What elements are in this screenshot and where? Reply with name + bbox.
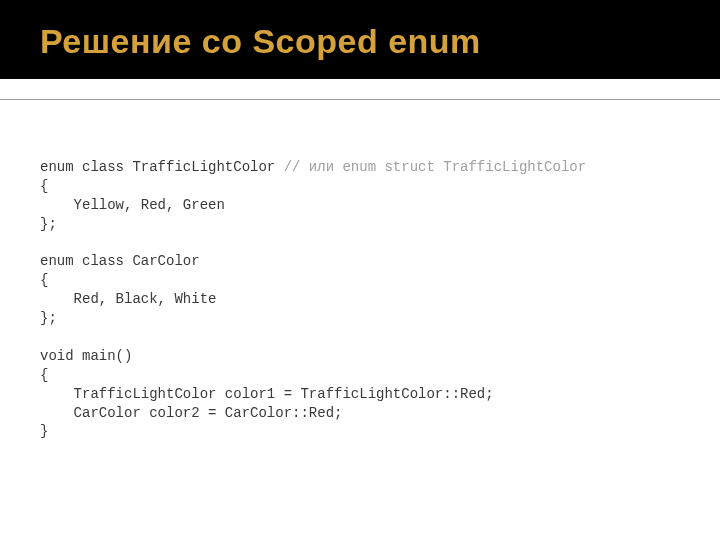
- code-line: {: [40, 272, 48, 288]
- code-block: enum class TrafficLightColor // или enum…: [0, 108, 720, 441]
- code-line: };: [40, 310, 57, 326]
- divider: [0, 99, 720, 100]
- code-line: Red, Black, White: [40, 291, 216, 307]
- code-line: Yellow, Red, Green: [40, 197, 225, 213]
- code-line: TrafficLightColor color1 = TrafficLightC…: [40, 386, 494, 402]
- code-line: {: [40, 367, 48, 383]
- code-line: {: [40, 178, 48, 194]
- code-line: CarColor color2 = CarColor::Red;: [40, 405, 342, 421]
- code-line: }: [40, 423, 48, 439]
- code-line: enum class TrafficLightColor: [40, 159, 284, 175]
- code-comment: // или enum struct TrafficLightColor: [284, 159, 586, 175]
- title-band: Решение со Scoped enum: [0, 0, 720, 79]
- code-line: enum class CarColor: [40, 253, 200, 269]
- slide: Решение со Scoped enum enum class Traffi…: [0, 0, 720, 540]
- code-line: void main(): [40, 348, 132, 364]
- slide-title: Решение со Scoped enum: [40, 22, 720, 61]
- code-line: };: [40, 216, 57, 232]
